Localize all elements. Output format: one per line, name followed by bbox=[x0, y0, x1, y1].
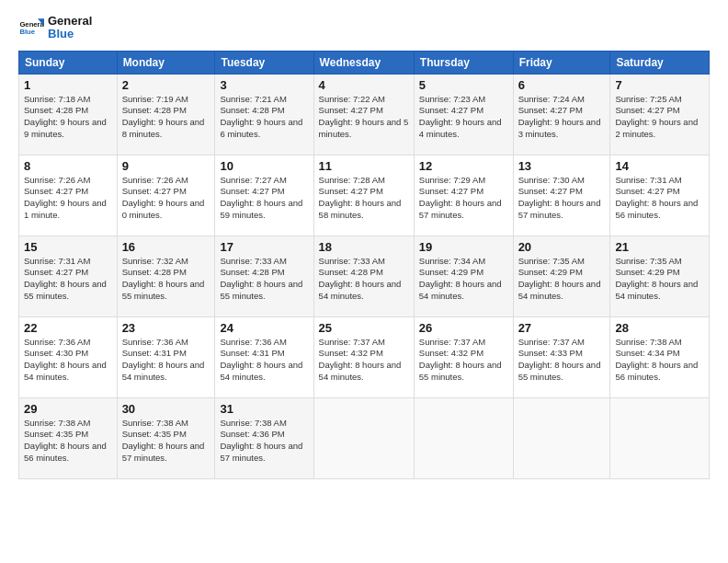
day-cell bbox=[610, 397, 710, 478]
day-number: 13 bbox=[518, 159, 606, 173]
day-info: Sunrise: 7:30 AMSunset: 4:27 PMDaylight:… bbox=[518, 175, 606, 222]
day-number: 15 bbox=[24, 240, 112, 254]
day-number: 29 bbox=[24, 402, 112, 416]
day-info: Sunrise: 7:26 AMSunset: 4:27 PMDaylight:… bbox=[24, 175, 112, 222]
day-info: Sunrise: 7:23 AMSunset: 4:27 PMDaylight:… bbox=[419, 94, 508, 141]
svg-text:Blue: Blue bbox=[19, 28, 35, 36]
weekday-header-row: SundayMondayTuesdayWednesdayThursdayFrid… bbox=[19, 51, 710, 74]
day-cell: 16Sunrise: 7:32 AMSunset: 4:28 PMDayligh… bbox=[117, 236, 215, 316]
week-row-4: 22Sunrise: 7:36 AMSunset: 4:30 PMDayligh… bbox=[19, 316, 710, 397]
day-cell: 9Sunrise: 7:26 AMSunset: 4:27 PMDaylight… bbox=[117, 155, 215, 236]
day-cell: 31Sunrise: 7:38 AMSunset: 4:36 PMDayligh… bbox=[215, 397, 313, 478]
day-number: 7 bbox=[615, 78, 704, 92]
logo: General Blue General Blue bbox=[18, 15, 92, 41]
day-cell: 2Sunrise: 7:19 AMSunset: 4:28 PMDaylight… bbox=[117, 74, 215, 155]
day-number: 25 bbox=[319, 321, 409, 335]
day-number: 3 bbox=[220, 78, 308, 92]
weekday-header-saturday: Saturday bbox=[610, 51, 710, 74]
day-number: 18 bbox=[319, 240, 409, 254]
day-info: Sunrise: 7:38 AMSunset: 4:34 PMDaylight:… bbox=[615, 337, 704, 384]
day-number: 30 bbox=[122, 402, 210, 416]
day-cell: 26Sunrise: 7:37 AMSunset: 4:32 PMDayligh… bbox=[414, 316, 513, 397]
day-cell: 19Sunrise: 7:34 AMSunset: 4:29 PMDayligh… bbox=[414, 236, 513, 316]
day-info: Sunrise: 7:19 AMSunset: 4:28 PMDaylight:… bbox=[122, 94, 210, 141]
day-cell: 28Sunrise: 7:38 AMSunset: 4:34 PMDayligh… bbox=[610, 316, 710, 397]
logo-general: General bbox=[48, 15, 92, 28]
day-cell: 5Sunrise: 7:23 AMSunset: 4:27 PMDaylight… bbox=[414, 74, 513, 155]
day-cell: 29Sunrise: 7:38 AMSunset: 4:35 PMDayligh… bbox=[19, 397, 118, 478]
calendar-body: 1Sunrise: 7:18 AMSunset: 4:28 PMDaylight… bbox=[19, 74, 710, 478]
week-row-5: 29Sunrise: 7:38 AMSunset: 4:35 PMDayligh… bbox=[19, 397, 710, 478]
day-info: Sunrise: 7:21 AMSunset: 4:28 PMDaylight:… bbox=[220, 94, 308, 141]
day-number: 22 bbox=[24, 321, 112, 335]
weekday-header-thursday: Thursday bbox=[414, 51, 513, 74]
day-cell: 10Sunrise: 7:27 AMSunset: 4:27 PMDayligh… bbox=[215, 155, 313, 236]
weekday-header-tuesday: Tuesday bbox=[215, 51, 313, 74]
day-number: 4 bbox=[319, 78, 409, 92]
day-number: 2 bbox=[122, 78, 210, 92]
day-cell: 27Sunrise: 7:37 AMSunset: 4:33 PMDayligh… bbox=[513, 316, 610, 397]
day-number: 20 bbox=[518, 240, 606, 254]
day-info: Sunrise: 7:38 AMSunset: 4:35 PMDaylight:… bbox=[24, 418, 112, 465]
day-number: 19 bbox=[419, 240, 508, 254]
day-cell: 8Sunrise: 7:26 AMSunset: 4:27 PMDaylight… bbox=[19, 155, 118, 236]
day-info: Sunrise: 7:36 AMSunset: 4:31 PMDaylight:… bbox=[220, 337, 308, 384]
day-cell bbox=[513, 397, 610, 478]
day-info: Sunrise: 7:18 AMSunset: 4:28 PMDaylight:… bbox=[24, 94, 112, 141]
week-row-2: 8Sunrise: 7:26 AMSunset: 4:27 PMDaylight… bbox=[19, 155, 710, 236]
day-cell: 3Sunrise: 7:21 AMSunset: 4:28 PMDaylight… bbox=[215, 74, 313, 155]
calendar-table: SundayMondayTuesdayWednesdayThursdayFrid… bbox=[18, 51, 710, 479]
weekday-header-sunday: Sunday bbox=[19, 51, 118, 74]
day-cell: 6Sunrise: 7:24 AMSunset: 4:27 PMDaylight… bbox=[513, 74, 610, 155]
day-number: 27 bbox=[518, 321, 606, 335]
day-info: Sunrise: 7:26 AMSunset: 4:27 PMDaylight:… bbox=[122, 175, 210, 222]
day-number: 8 bbox=[24, 159, 112, 173]
day-cell: 15Sunrise: 7:31 AMSunset: 4:27 PMDayligh… bbox=[19, 236, 118, 316]
day-info: Sunrise: 7:33 AMSunset: 4:28 PMDaylight:… bbox=[220, 256, 308, 303]
day-info: Sunrise: 7:36 AMSunset: 4:30 PMDaylight:… bbox=[24, 337, 112, 384]
day-info: Sunrise: 7:38 AMSunset: 4:35 PMDaylight:… bbox=[122, 418, 210, 465]
day-info: Sunrise: 7:24 AMSunset: 4:27 PMDaylight:… bbox=[518, 94, 606, 141]
day-info: Sunrise: 7:33 AMSunset: 4:28 PMDaylight:… bbox=[319, 256, 409, 303]
day-cell: 18Sunrise: 7:33 AMSunset: 4:28 PMDayligh… bbox=[313, 236, 414, 316]
day-info: Sunrise: 7:37 AMSunset: 4:33 PMDaylight:… bbox=[518, 337, 606, 384]
day-info: Sunrise: 7:31 AMSunset: 4:27 PMDaylight:… bbox=[615, 175, 704, 222]
logo-blue: Blue bbox=[48, 28, 92, 40]
day-cell: 22Sunrise: 7:36 AMSunset: 4:30 PMDayligh… bbox=[19, 316, 118, 397]
day-cell: 7Sunrise: 7:25 AMSunset: 4:27 PMDaylight… bbox=[610, 74, 710, 155]
day-cell: 20Sunrise: 7:35 AMSunset: 4:29 PMDayligh… bbox=[513, 236, 610, 316]
day-info: Sunrise: 7:32 AMSunset: 4:28 PMDaylight:… bbox=[122, 256, 210, 303]
day-cell: 25Sunrise: 7:37 AMSunset: 4:32 PMDayligh… bbox=[313, 316, 414, 397]
weekday-header-friday: Friday bbox=[513, 51, 610, 74]
week-row-1: 1Sunrise: 7:18 AMSunset: 4:28 PMDaylight… bbox=[19, 74, 710, 155]
day-cell bbox=[414, 397, 513, 478]
day-cell: 30Sunrise: 7:38 AMSunset: 4:35 PMDayligh… bbox=[117, 397, 215, 478]
day-number: 12 bbox=[419, 159, 508, 173]
day-info: Sunrise: 7:27 AMSunset: 4:27 PMDaylight:… bbox=[220, 175, 308, 222]
day-number: 1 bbox=[24, 78, 112, 92]
day-info: Sunrise: 7:36 AMSunset: 4:31 PMDaylight:… bbox=[122, 337, 210, 384]
day-number: 24 bbox=[220, 321, 308, 335]
day-info: Sunrise: 7:37 AMSunset: 4:32 PMDaylight:… bbox=[419, 337, 508, 384]
day-cell: 4Sunrise: 7:22 AMSunset: 4:27 PMDaylight… bbox=[313, 74, 414, 155]
day-number: 31 bbox=[220, 402, 308, 416]
day-info: Sunrise: 7:25 AMSunset: 4:27 PMDaylight:… bbox=[615, 94, 704, 141]
weekday-header-wednesday: Wednesday bbox=[313, 51, 414, 74]
day-info: Sunrise: 7:28 AMSunset: 4:27 PMDaylight:… bbox=[319, 175, 409, 222]
day-number: 16 bbox=[122, 240, 210, 254]
day-number: 11 bbox=[319, 159, 409, 173]
day-cell: 12Sunrise: 7:29 AMSunset: 4:27 PMDayligh… bbox=[414, 155, 513, 236]
day-info: Sunrise: 7:31 AMSunset: 4:27 PMDaylight:… bbox=[24, 256, 112, 303]
day-cell: 14Sunrise: 7:31 AMSunset: 4:27 PMDayligh… bbox=[610, 155, 710, 236]
day-number: 14 bbox=[615, 159, 704, 173]
page-header: General Blue General Blue bbox=[18, 15, 710, 41]
day-number: 10 bbox=[220, 159, 308, 173]
day-number: 26 bbox=[419, 321, 508, 335]
day-info: Sunrise: 7:37 AMSunset: 4:32 PMDaylight:… bbox=[319, 337, 409, 384]
day-cell bbox=[313, 397, 414, 478]
day-info: Sunrise: 7:34 AMSunset: 4:29 PMDaylight:… bbox=[419, 256, 508, 303]
day-number: 17 bbox=[220, 240, 308, 254]
day-number: 5 bbox=[419, 78, 508, 92]
weekday-header-monday: Monday bbox=[117, 51, 215, 74]
day-number: 28 bbox=[615, 321, 704, 335]
